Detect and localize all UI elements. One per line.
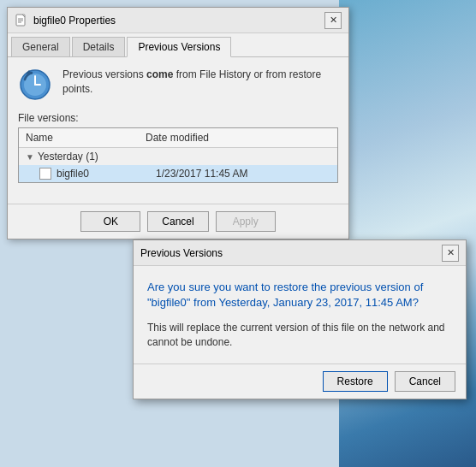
group-yesterday[interactable]: ▼ Yesterday (1) — [19, 148, 337, 165]
ok-button[interactable]: OK — [80, 211, 140, 232]
confirm-warning: This will replace the current version of… — [147, 321, 452, 350]
chevron-down-icon: ▼ — [26, 152, 34, 162]
cancel-confirm-button[interactable]: Cancel — [395, 371, 455, 392]
confirm-question: Are you sure you want to restore the pre… — [147, 280, 452, 310]
confirm-title: Previous Versions — [140, 247, 223, 259]
col-name-header: Name — [26, 132, 146, 144]
close-button[interactable]: ✕ — [324, 12, 342, 29]
file-versions-table: Name Date modified ▼ Yesterday (1) bigfi… — [18, 127, 338, 183]
confirm-footer: Restore Cancel — [134, 364, 466, 399]
dialog-footer: OK Cancel Apply — [8, 204, 348, 239]
table-header: Name Date modified — [19, 128, 337, 148]
apply-button[interactable]: Apply — [216, 211, 276, 232]
info-row: Previous versions come from File History… — [18, 68, 338, 102]
table-row[interactable]: bigfile0 1/23/2017 11:45 AM — [19, 165, 337, 182]
tab-previous-versions[interactable]: Previous Versions — [127, 37, 231, 57]
properties-titlebar: bigfile0 Properties ✕ — [8, 8, 348, 33]
tab-details[interactable]: Details — [72, 37, 126, 56]
confirm-dialog: Previous Versions ✕ Are you sure you wan… — [133, 239, 467, 399]
history-icon — [18, 68, 52, 102]
restore-button[interactable]: Restore — [323, 371, 388, 392]
tab-general[interactable]: General — [11, 37, 70, 56]
file-name: bigfile0 — [57, 168, 156, 180]
confirm-titlebar: Previous Versions ✕ — [134, 240, 466, 266]
file-date: 1/23/2017 11:45 AM — [156, 168, 247, 180]
properties-title: bigfile0 Properties — [33, 15, 116, 27]
info-text: Previous versions come from File History… — [62, 68, 338, 97]
col-date-header: Date modified — [146, 132, 209, 144]
file-versions-label: File versions: — [18, 112, 338, 124]
dialog-content: Previous versions come from File History… — [8, 57, 348, 204]
file-doc-icon — [39, 168, 51, 180]
group-label: Yesterday (1) — [38, 151, 98, 163]
properties-dialog: bigfile0 Properties ✕ General Details Pr… — [7, 7, 349, 239]
confirm-close-button[interactable]: ✕ — [442, 245, 459, 262]
confirm-content: Are you sure you want to restore the pre… — [134, 266, 466, 364]
file-icon — [15, 14, 28, 27]
tabs-bar: General Details Previous Versions — [8, 33, 348, 57]
titlebar-left: bigfile0 Properties — [15, 14, 116, 27]
cancel-button[interactable]: Cancel — [147, 211, 208, 232]
